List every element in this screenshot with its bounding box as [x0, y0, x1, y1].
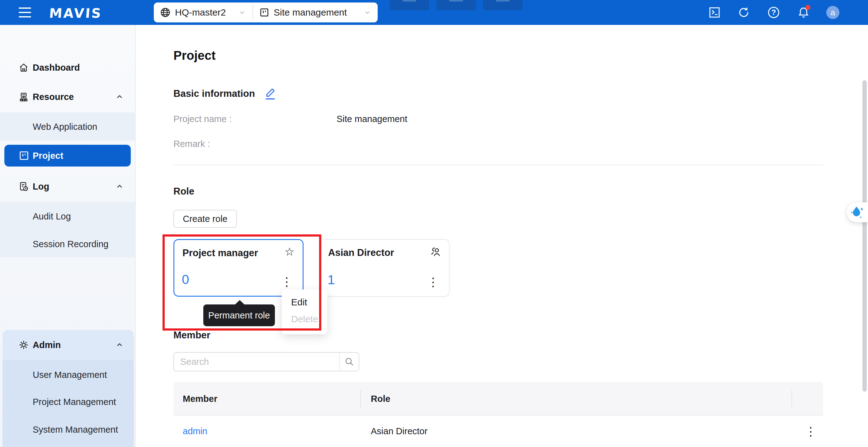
- role-name: Asian Director: [328, 247, 394, 258]
- chevron-down-icon: [238, 8, 246, 17]
- terminal-button[interactable]: [708, 6, 721, 19]
- role-member-count[interactable]: 0: [182, 272, 189, 287]
- table-header: Member Role: [174, 382, 823, 416]
- create-role-button[interactable]: Create role: [174, 210, 237, 228]
- column-separator: [360, 390, 361, 408]
- globe-icon: [160, 7, 170, 18]
- column-header-member: Member: [183, 382, 217, 416]
- role-card-project-manager[interactable]: Project manager ☆ 0 ⋮: [174, 239, 304, 297]
- context-selects: HQ-master2 Site management: [154, 2, 378, 23]
- project-name-label: Project name :: [174, 114, 231, 124]
- search-button[interactable]: [339, 353, 359, 371]
- project-board-icon: [259, 7, 269, 18]
- role-context-menu: Edit Delete: [282, 289, 327, 334]
- resource-icon: [19, 92, 29, 102]
- basic-information-heading: Basic information: [174, 88, 255, 99]
- column-separator: [792, 390, 792, 408]
- chevron-up-icon: [115, 92, 124, 101]
- sidebar: Dashboard Resource Web Application: [0, 25, 136, 447]
- sidebar-item-session-recording[interactable]: Session Recording: [0, 230, 136, 258]
- sidebar-item-system-management[interactable]: System Management: [0, 416, 136, 444]
- topbar: MAVIS HQ-master2: [0, 0, 868, 25]
- member-name-link[interactable]: admin: [183, 416, 207, 447]
- sidebar-item-project-management[interactable]: Project Management: [0, 388, 136, 416]
- role-name: Project manager: [182, 248, 258, 259]
- member-heading: Member: [174, 330, 211, 341]
- star-icon: ☆: [284, 246, 294, 257]
- project-select[interactable]: Site management: [253, 2, 378, 23]
- notifications-button[interactable]: [797, 6, 810, 19]
- theme-drop-button[interactable]: [847, 202, 868, 222]
- menu-item-delete: Delete: [282, 311, 327, 327]
- scrollbar-thumb[interactable]: [862, 80, 867, 392]
- project-name-value: Site management: [337, 114, 407, 124]
- role-member-count[interactable]: 1: [328, 273, 335, 287]
- role-more-button[interactable]: ⋮: [427, 276, 439, 288]
- org-select[interactable]: HQ-master2: [154, 2, 252, 23]
- edit-basic-info-button[interactable]: [264, 87, 276, 100]
- sidebar-item-web-application[interactable]: Web Application: [0, 113, 136, 141]
- brand-logo: MAVIS: [49, 6, 102, 21]
- table-row: admin Asian Director ⋮: [174, 416, 823, 447]
- page-title: Project: [174, 49, 216, 63]
- sidebar-item-user-management[interactable]: User Management: [0, 361, 136, 389]
- gear-icon: [19, 340, 29, 350]
- help-icon: ?: [768, 7, 779, 18]
- chevron-up-icon: [115, 182, 124, 191]
- project-select-value: Site management: [274, 7, 359, 18]
- help-button[interactable]: ?: [768, 6, 780, 19]
- users-icon: [430, 246, 441, 257]
- sidebar-item-log[interactable]: Log: [0, 172, 136, 200]
- chevron-down-icon: [363, 8, 371, 17]
- sidebar-item-resource[interactable]: Resource: [0, 83, 136, 111]
- sidebar-item-admin[interactable]: Admin: [0, 331, 136, 359]
- permanent-role-tooltip: Permanent role: [203, 305, 275, 326]
- hamburger-icon: [19, 7, 31, 9]
- home-icon: [19, 63, 29, 72]
- log-icon: [19, 182, 29, 191]
- water-drop-icon: [850, 205, 865, 219]
- column-header-role: Role: [371, 382, 391, 416]
- redacted-button: [436, 0, 476, 10]
- role-card-asian-director[interactable]: Asian Director 1 ⋮: [319, 239, 450, 297]
- search-icon: [344, 357, 354, 367]
- member-role-value: Asian Director: [371, 416, 428, 447]
- chevron-up-icon: [115, 341, 124, 349]
- project-board-icon: [19, 150, 29, 161]
- section-divider: [174, 165, 823, 165]
- member-table: Member Role admin Asian Director ⋮: [174, 382, 823, 447]
- member-search: [174, 352, 359, 371]
- menu-item-edit[interactable]: Edit: [282, 294, 327, 311]
- search-input[interactable]: [174, 353, 339, 371]
- sidebar-item-system-log[interactable]: System Log: [0, 443, 136, 447]
- role-heading: Role: [174, 186, 194, 197]
- terminal-icon: [709, 6, 720, 19]
- main-content: Project Basic information Project name :…: [136, 25, 868, 447]
- row-more-button[interactable]: ⋮: [805, 416, 817, 447]
- app-screen: MAVIS HQ-master2: [0, 0, 868, 447]
- sidebar-item-dashboard[interactable]: Dashboard: [0, 54, 136, 82]
- menu-toggle-button[interactable]: [19, 7, 31, 18]
- refresh-button[interactable]: [738, 6, 750, 19]
- user-avatar[interactable]: a: [826, 6, 839, 19]
- org-select-value: HQ-master2: [175, 7, 234, 18]
- sidebar-item-project-active[interactable]: Project: [4, 145, 131, 166]
- pencil-icon: [264, 87, 276, 100]
- remark-label: Remark :: [174, 139, 210, 149]
- notification-badge: [805, 5, 810, 10]
- redacted-button: [483, 0, 523, 10]
- redacted-button: [390, 0, 429, 10]
- role-more-button[interactable]: ⋮: [281, 276, 293, 288]
- favorite-star-button[interactable]: ☆: [284, 246, 295, 257]
- refresh-icon: [738, 6, 750, 19]
- sidebar-item-audit-log[interactable]: Audit Log: [0, 202, 136, 230]
